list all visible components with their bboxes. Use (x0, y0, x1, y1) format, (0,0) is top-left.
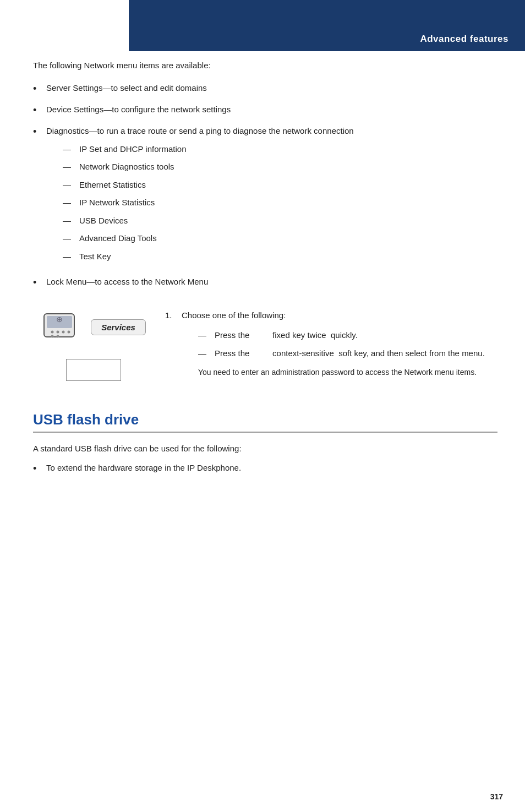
dash-symbol: — (63, 179, 79, 192)
step-dash-text: Press the context-sensitive soft key, an… (215, 347, 485, 360)
usb-flash-drive-section: USB flash drive A standard USB flash dri… (33, 406, 497, 476)
list-item: — USB Devices (63, 215, 497, 227)
dash-symbol: — (63, 143, 79, 156)
phone-svg-icon: ⊕ (41, 312, 80, 342)
choose-text: Choose one of the following: (182, 309, 497, 322)
page-number: 317 (490, 792, 503, 801)
dash-symbol: — (63, 161, 79, 173)
numbered-list: 1. Choose one of the following: — Press … (165, 309, 497, 379)
dash-symbol: — (63, 250, 79, 263)
main-bullet-list: • Server Settings—to select and edit dom… (33, 82, 497, 290)
bullet-text: To extend the hardware storage in the IP… (46, 462, 497, 475)
list-item: — IP Set and DHCP information (63, 143, 497, 156)
services-section: ⊕ Services 1. Choose one of the followin… (33, 307, 497, 384)
list-item: — Press the context-sensitive soft key, … (198, 347, 497, 360)
dash-symbol: — (63, 197, 79, 209)
dash-symbol: — (63, 215, 79, 227)
svg-point-4 (62, 330, 65, 333)
list-item: — IP Network Statistics (63, 197, 497, 209)
bullet-dot: • (33, 125, 46, 139)
services-right-panel: 1. Choose one of the following: — Press … (154, 307, 497, 384)
svg-point-6 (51, 335, 54, 337)
list-item: • Server Settings—to select and edit dom… (33, 82, 497, 96)
numbered-item: 1. Choose one of the following: — Press … (165, 309, 497, 379)
note-block: You need to enter an administration pass… (198, 366, 497, 378)
svg-point-7 (57, 335, 59, 337)
intro-paragraph: The following Network menu items are ava… (33, 61, 497, 70)
page-title: Advanced features (420, 34, 508, 45)
list-item: • Lock Menu—to access to the Network Men… (33, 276, 497, 290)
usb-bullet-list: • To extend the hardware storage in the … (33, 462, 497, 476)
dash-symbol: — (198, 347, 215, 360)
step-content: Choose one of the following: — Press the… (182, 309, 497, 379)
list-item: • Device Settings—to configure the netwo… (33, 103, 497, 117)
main-content: The following Network menu items are ava… (0, 61, 525, 509)
step-dash-list: — Press the fixed key twice quickly. — (198, 329, 497, 359)
svg-point-3 (57, 330, 59, 333)
header-bar: Advanced features (129, 0, 525, 51)
dash-sub-list: — IP Set and DHCP information — Network … (63, 143, 497, 263)
phone-icon: ⊕ (41, 312, 80, 342)
bullet-dot: • (33, 462, 46, 476)
step-number: 1. (165, 309, 182, 322)
bullet-dot: • (33, 82, 46, 96)
list-item: — Press the fixed key twice quickly. (198, 329, 497, 342)
list-item: — Test Key (63, 250, 497, 263)
list-item: — Network Diagnostics tools (63, 161, 497, 173)
dash-symbol: — (63, 232, 79, 245)
step-dash-text: Press the fixed key twice quickly. (215, 329, 358, 342)
list-item: — Advanced Diag Tools (63, 232, 497, 245)
usb-section-title: USB flash drive (33, 411, 497, 428)
bullet-dot: • (33, 103, 46, 117)
bullet-text: Device Settings—to configure the network… (46, 103, 497, 116)
svg-point-5 (68, 330, 70, 333)
bullet-dot: • (33, 276, 46, 290)
usb-intro-text: A standard USB flash drive can be used f… (33, 444, 497, 453)
dash-symbol: — (198, 329, 215, 342)
bullet-text: Server Settings—to select and edit domai… (46, 82, 497, 95)
bullet-text: Diagnostics—to run a trace route or send… (46, 125, 497, 268)
list-item: — Ethernet Statistics (63, 179, 497, 192)
svg-point-2 (51, 330, 54, 333)
services-button[interactable]: Services (91, 319, 146, 335)
svg-text:⊕: ⊕ (56, 315, 63, 324)
services-left-panel: ⊕ Services (33, 307, 154, 381)
list-item: • To extend the hardware storage in the … (33, 462, 497, 476)
bullet-text: Lock Menu—to access to the Network Menu (46, 276, 497, 288)
list-item: • Diagnostics—to run a trace route or se… (33, 125, 497, 268)
section-divider (33, 432, 497, 433)
services-icons-row: ⊕ Services (41, 312, 146, 342)
blank-rectangle (66, 359, 121, 381)
